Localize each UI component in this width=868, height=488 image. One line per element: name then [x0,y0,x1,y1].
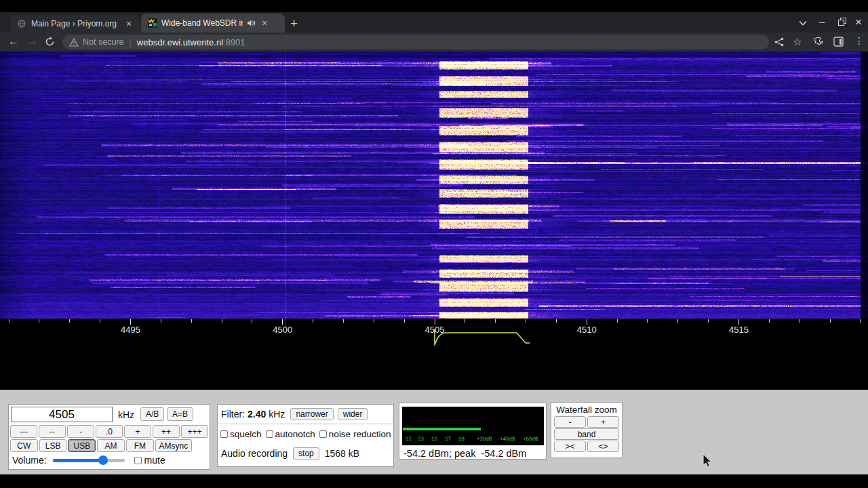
freq-tick [495,319,496,323]
frequency-scale[interactable]: 44954500450545104515 [0,319,868,390]
tune-step-button-2[interactable]: - [67,425,94,438]
tab-search-chevron-icon[interactable] [799,20,807,26]
ab-swap-button[interactable]: A/B [140,407,164,421]
volume-slider[interactable] [53,459,125,462]
smeter-scale-label: S9 [458,436,465,442]
address-bar[interactable]: Not secure | websdr.ewi.utwente.nl :8901 [62,35,769,49]
freq-tick [860,319,861,323]
tune-step-button-4[interactable]: + [124,425,151,438]
autonotch-checkbox[interactable] [266,430,273,438]
waterfall-zoom-out-button[interactable]: - [554,416,586,428]
recording-row: Audio recording stop 1568 kB [221,446,359,461]
tab-audio-icon[interactable] [247,19,256,27]
smeter-scale-label: S1 [406,436,412,442]
mouse-cursor [703,453,715,470]
new-tab-button[interactable]: + [290,16,298,31]
tune-step-button-3[interactable]: .0 [96,425,123,438]
recording-size: 1568 kB [325,448,359,459]
squelch-checkbox[interactable] [220,430,228,438]
bookmark-star-icon[interactable]: ☆ [793,36,802,48]
security-label: Not secure [83,37,123,47]
freq-tick [435,319,435,325]
tune-step-button-1[interactable]: -- [39,425,66,438]
globe-favicon-icon [18,20,26,28]
mode-row: CWLSBUSBAMFMAMsync [10,439,192,452]
profile-sidepanel-icon[interactable] [833,37,844,47]
waterfall-zoom-panel: Waterfall zoom - + band >< <> [551,402,623,458]
window-restore-icon[interactable] [838,18,846,26]
audio-recording-label: Audio recording [221,448,288,459]
tune-step-button-5[interactable]: ++ [153,425,180,438]
mode-button-am[interactable]: AM [97,439,125,452]
tune-step-button-6[interactable]: +++ [181,425,208,438]
freq-tick [100,319,100,323]
window-minimize-button[interactable]: – [819,16,825,27]
dsp-options-row: squelch autonotch noise reduction [220,428,391,440]
narrower-button[interactable]: narrower [290,408,333,420]
freq-tick [39,319,39,323]
freq-label: 4500 [268,325,298,335]
freq-label: 4505 [420,325,450,335]
close-tab-icon[interactable]: × [262,18,267,28]
websdr-favicon-icon [148,18,157,28]
mode-button-amsync[interactable]: AMsync [155,439,192,452]
mute-checkbox[interactable] [134,457,142,464]
waterfall-zoom-in-button[interactable]: + [587,416,619,428]
ab-copy-button[interactable]: A=B [167,407,193,421]
filter-label: Filter: [221,409,245,420]
freq-label: 4515 [724,325,754,335]
waterfall-band-button[interactable]: band [554,428,619,440]
smeter-display: S1S3S5S7S9+20dB+40dB+60dB [402,407,544,445]
browser-menu-kebab-icon[interactable]: ⋮ [854,35,864,46]
tune-step-button-0[interactable]: --- [10,425,37,438]
freq-tick [374,319,374,323]
freq-label: 4510 [572,325,601,335]
smeter-scale-label: +40dB [500,436,515,442]
mode-button-cw[interactable]: CW [10,439,38,452]
reload-icon[interactable] [45,37,55,47]
freq-tick [587,319,587,325]
browser-toolbar: ← → Not secure | websdr.ewi.utwente.nl :… [0,33,868,52]
share-icon[interactable] [774,37,784,47]
volume-label: Volume: [12,455,47,466]
waterfall-shrink-button[interactable]: >< [554,441,586,452]
tab-priyom[interactable]: Main Page › Priyom.org × [11,15,140,33]
freq-tick [617,319,618,323]
extensions-puzzle-icon[interactable] [814,37,824,47]
freq-tick [252,319,252,323]
receiver-panel: kHz A/B A=B ------.0++++++ CWLSBUSBAMFMA… [8,404,210,470]
freq-tick [769,319,770,323]
mode-button-fm[interactable]: FM [126,439,154,452]
frequency-input[interactable] [11,407,113,422]
volume-slider-fill [53,459,103,462]
freq-tick [282,319,283,325]
freq-tick [313,319,313,323]
noise-reduction-label: noise reduction [329,429,391,439]
mode-button-usb[interactable]: USB [68,439,96,452]
stop-recording-button[interactable]: stop [293,447,319,460]
forward-button[interactable]: → [27,36,38,47]
noise-reduction-checkbox[interactable] [319,430,327,438]
control-strip: kHz A/B A=B ------.0++++++ CWLSBUSBAMFMA… [0,390,868,474]
waterfall-spectrogram[interactable] [0,52,868,319]
tab-title: Wide-band WebSDR in Ensch [161,18,243,28]
tab-websdr[interactable]: Wide-band WebSDR in Ensch × [141,14,285,33]
filter-panel: Filter: 2.40 kHz narrower wider squelch … [217,404,394,467]
waterfall-expand-button[interactable]: <> [587,441,619,452]
smeter-panel: S1S3S5S7S9+20dB+40dB+60dB -54.2 dBm; pea… [399,403,547,460]
browser-tab-bar: Main Page › Priyom.org × Wide-band WebSD… [0,12,868,33]
freq-label: 4495 [116,325,146,335]
autonotch-label: autonotch [275,429,315,439]
back-button[interactable]: ← [8,36,19,47]
volume-slider-thumb[interactable] [98,455,108,465]
mode-button-lsb[interactable]: LSB [39,439,67,452]
freq-tick [404,319,405,323]
tab-title: Main Page › Priyom.org [31,19,119,28]
freq-tick [222,319,222,323]
wider-button[interactable]: wider [338,408,368,420]
close-tab-icon[interactable]: × [126,19,132,28]
freq-tick [9,319,9,323]
window-close-button[interactable]: × [855,16,862,29]
tune-step-row: ------.0++++++ [10,425,208,438]
omnibox-divider: | [129,37,131,47]
